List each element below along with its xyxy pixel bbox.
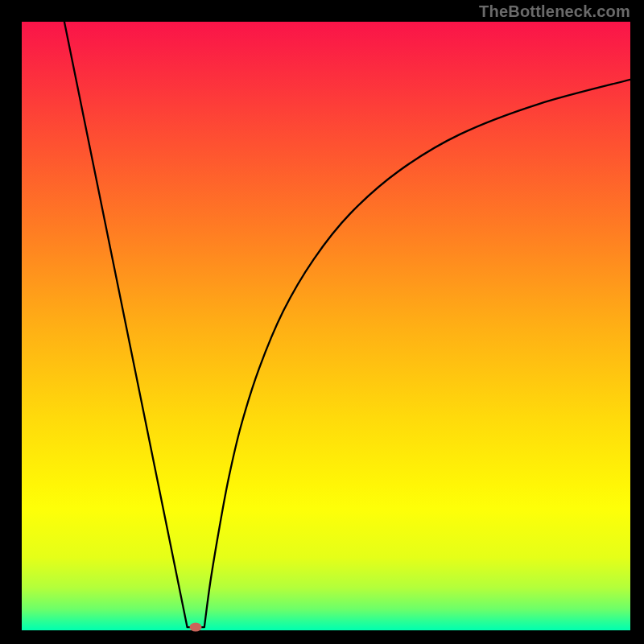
- optimum-marker: [190, 623, 202, 632]
- bottleneck-curve: [22, 22, 630, 630]
- watermark-text: TheBottleneck.com: [479, 2, 630, 21]
- plot-area: [22, 22, 630, 630]
- chart-frame: TheBottleneck.com: [0, 0, 644, 644]
